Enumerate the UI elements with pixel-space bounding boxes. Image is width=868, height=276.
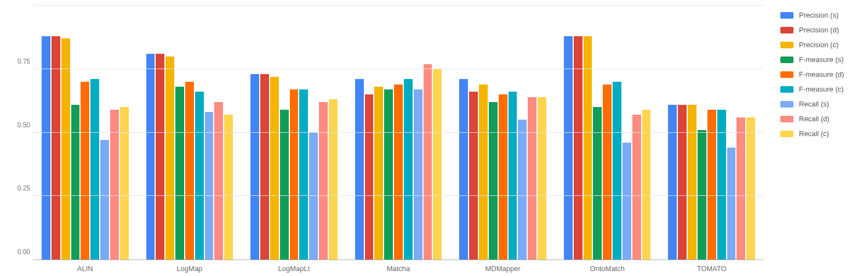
bar xyxy=(414,89,422,260)
bar-group xyxy=(33,5,138,260)
bar xyxy=(459,79,468,260)
legend-swatch xyxy=(780,12,793,19)
bar xyxy=(299,89,308,260)
bar xyxy=(71,105,80,260)
bar xyxy=(309,133,318,260)
bar xyxy=(100,140,109,260)
legend-item: F-measure (d) xyxy=(780,70,863,78)
bar xyxy=(384,89,393,260)
y-tick-label: 0.00 xyxy=(8,248,30,256)
legend-swatch xyxy=(780,116,793,122)
bar xyxy=(632,115,641,260)
bar xyxy=(165,57,174,260)
gridline xyxy=(33,5,764,5)
bar xyxy=(603,85,612,260)
bar xyxy=(479,85,488,260)
legend-swatch xyxy=(780,57,793,63)
bar xyxy=(613,82,621,260)
x-axis-labels: ALINLogMapLogMapLtMatchaMDMapperOntoMatc… xyxy=(33,264,764,273)
bar xyxy=(224,115,233,260)
bar xyxy=(42,36,50,260)
bar xyxy=(623,143,631,260)
legend-swatch xyxy=(780,101,793,108)
y-tick-label: 0.75 xyxy=(8,58,30,65)
bar xyxy=(365,94,374,260)
x-tick-label: LogMapLt xyxy=(242,264,346,273)
legend-label: F-measure (d) xyxy=(799,70,844,78)
legend-item: Precision (d) xyxy=(780,26,863,34)
bar xyxy=(175,87,184,260)
chart-container: 0.000.250.500.751.00 ALINLogMapLogMapLtM… xyxy=(0,0,868,276)
bar xyxy=(746,117,755,260)
legend-label: F-measure (s) xyxy=(799,55,844,64)
legend: Precision (s)Precision (d)Precision (c)F… xyxy=(775,0,868,276)
bar xyxy=(404,79,413,260)
bar xyxy=(120,107,129,260)
bar-group xyxy=(346,5,451,260)
legend-item: Recall (c) xyxy=(780,129,863,138)
legend-item: Precision (s) xyxy=(780,11,863,19)
bar xyxy=(668,105,677,260)
bar xyxy=(736,117,745,260)
y-tick-label: 0.25 xyxy=(8,184,30,192)
bar xyxy=(469,92,478,260)
bar-group xyxy=(555,5,660,260)
bar xyxy=(329,99,338,260)
bar-groups xyxy=(33,5,764,260)
legend-item: F-measure (c) xyxy=(780,85,863,93)
gridline xyxy=(33,195,764,196)
bar xyxy=(205,112,214,260)
legend-swatch xyxy=(780,27,793,33)
legend-label: Recall (d) xyxy=(799,115,830,123)
bar xyxy=(290,89,299,260)
bar-group xyxy=(242,5,346,260)
legend-swatch xyxy=(780,86,793,93)
legend-swatch xyxy=(780,131,793,137)
y-tick-label: 0.50 xyxy=(8,121,30,129)
bar xyxy=(698,130,706,260)
legend-item: F-measure (s) xyxy=(780,55,863,64)
bar xyxy=(727,148,736,260)
bar xyxy=(678,105,687,260)
bar-group xyxy=(659,5,764,260)
x-tick-label: TOMATO xyxy=(659,264,764,273)
bar xyxy=(574,36,583,260)
bar xyxy=(564,36,573,260)
bar xyxy=(195,92,204,260)
bar xyxy=(90,79,99,260)
bar xyxy=(394,85,403,260)
bar xyxy=(250,74,259,260)
legend-label: F-measure (c) xyxy=(799,85,844,93)
plot: 0.000.250.500.751.00 xyxy=(33,5,764,260)
bar xyxy=(509,92,517,260)
bar xyxy=(355,79,364,260)
bar xyxy=(319,102,328,260)
gridline xyxy=(33,69,764,69)
y-tick-label: 1.00 xyxy=(8,0,30,2)
bar xyxy=(584,36,592,260)
legend-item: Precision (c) xyxy=(780,41,863,49)
x-tick-label: OntoMatch xyxy=(555,264,660,273)
bar xyxy=(185,82,194,260)
bar xyxy=(489,102,498,260)
x-tick-label: ALIN xyxy=(33,264,138,273)
bar xyxy=(528,97,536,260)
bar xyxy=(538,97,546,260)
plot-area: 0.000.250.500.751.00 ALINLogMapLogMapLtM… xyxy=(0,0,775,276)
bar xyxy=(433,69,442,260)
legend-label: Precision (c) xyxy=(799,41,838,49)
legend-label: Precision (d) xyxy=(799,26,839,34)
bar xyxy=(52,36,60,260)
bar xyxy=(424,64,432,260)
bar xyxy=(499,94,507,260)
legend-label: Recall (s) xyxy=(799,100,829,108)
bar xyxy=(518,120,527,260)
x-tick-label: MDMapper xyxy=(450,264,555,273)
x-tick-label: LogMap xyxy=(138,264,242,273)
legend-swatch xyxy=(780,42,793,48)
bar xyxy=(374,87,383,260)
legend-item: Recall (d) xyxy=(780,115,863,123)
bar xyxy=(260,74,269,260)
bar-group xyxy=(138,5,242,260)
legend-swatch xyxy=(780,71,793,78)
